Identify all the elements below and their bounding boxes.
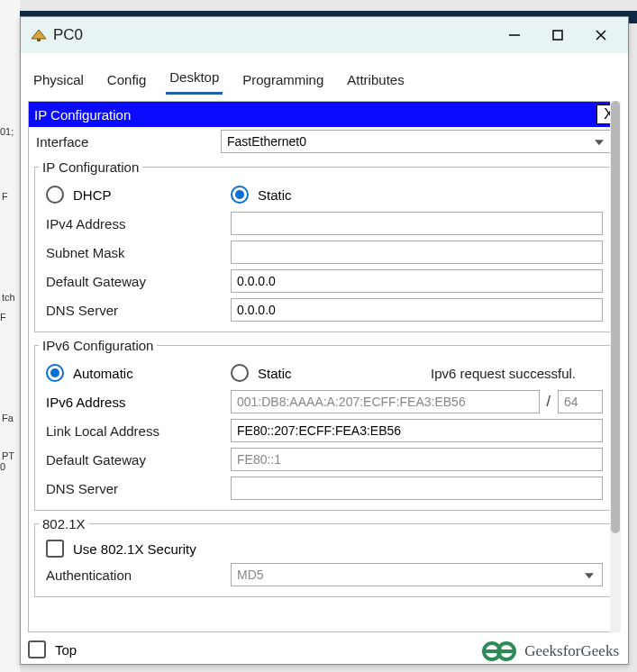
scrollbar-thumb[interactable] [611, 101, 620, 533]
ipv6-dns-label: DNS Server [46, 481, 231, 496]
dot1x-legend: 802.1X [39, 516, 89, 531]
dot1x-use-checkbox[interactable] [46, 540, 64, 558]
tab-programming[interactable]: Programming [239, 68, 327, 95]
ipv4-address-label: IPv4 Address [46, 216, 231, 232]
watermark: GeeksforGeeks [481, 639, 619, 664]
ipv6-address-label: IPv6 Address [46, 395, 231, 410]
ipv4-legend: IP Configuration [39, 159, 142, 175]
ipv4-dns-label: DNS Server [46, 303, 231, 318]
geeksforgeeks-icon [481, 639, 517, 664]
app-window: PC0 Physical Config Desktop Programming … [20, 16, 629, 665]
interface-select[interactable]: FastEthernet0 [221, 130, 613, 153]
ipv6-status-msg: Ipv6 request successful. [431, 366, 603, 381]
ipv4-dns-input[interactable] [231, 298, 603, 322]
link-local-label: Link Local Address [46, 423, 231, 439]
ipv6-gateway-label: Default Gateway [46, 452, 231, 468]
top-label: Top [55, 642, 77, 658]
watermark-text: GeeksforGeeks [524, 642, 619, 660]
subnet-mask-label: Subnet Mask [46, 245, 231, 260]
window-title: PC0 [53, 26, 493, 44]
ipv4-dhcp-radio[interactable] [46, 186, 64, 204]
ipv6-address-input[interactable]: 001:DB8:AAAA:A:207:ECFF:FEA3:EB56 [231, 390, 540, 413]
panel-header: IP Configuration X [29, 102, 620, 127]
ipv4-static-label: Static [258, 187, 292, 203]
ipv4-dhcp-label: DHCP [73, 187, 112, 203]
titlebar[interactable]: PC0 [21, 17, 628, 53]
tab-physical[interactable]: Physical [30, 68, 87, 95]
tab-bar: Physical Config Desktop Programming Attr… [21, 53, 628, 95]
dot1x-auth-select[interactable]: MD5 [231, 563, 603, 586]
dot1x-use-label: Use 802.1X Security [73, 541, 196, 557]
tab-desktop[interactable]: Desktop [166, 66, 223, 95]
tab-attributes[interactable]: Attributes [343, 68, 407, 95]
ipv6-static-label: Static [258, 366, 292, 381]
ipv4-static-radio[interactable] [231, 186, 249, 204]
maximize-button[interactable] [536, 17, 579, 53]
interface-label: Interface [36, 134, 221, 150]
background-app: 01; F tch F Fa PT 0 [0, 0, 20, 672]
tab-config[interactable]: Config [104, 68, 150, 95]
svg-rect-3 [553, 31, 562, 40]
panel-scrollbar[interactable] [610, 101, 621, 632]
ipv4-fieldset: IP Configuration DHCP Static IPv4 Addres… [34, 159, 614, 332]
ip-config-panel: IP Configuration X Interface FastEtherne… [28, 101, 621, 632]
ipv4-gateway-input[interactable] [231, 269, 603, 293]
ipv6-auto-radio[interactable] [46, 364, 64, 382]
ipv6-prefix-slash: / [540, 394, 558, 410]
ipv6-auto-label: Automatic [73, 366, 133, 381]
subnet-mask-input[interactable] [231, 241, 603, 264]
ipv6-dns-input[interactable] [231, 477, 603, 500]
ipv6-static-radio[interactable] [231, 364, 249, 382]
ipv6-prefix-input[interactable]: 64 [558, 390, 603, 413]
dot1x-fieldset: 802.1X Use 802.1X Security Authenticatio… [34, 516, 614, 597]
svg-marker-0 [32, 30, 46, 39]
ipv4-gateway-label: Default Gateway [46, 274, 231, 289]
panel-title: IP Configuration [34, 107, 131, 123]
ipv4-address-input[interactable] [231, 212, 603, 235]
top-checkbox[interactable] [28, 640, 46, 658]
svg-rect-1 [37, 39, 41, 41]
dot1x-auth-label: Authentication [46, 568, 231, 583]
ipv6-gateway-input[interactable] [231, 448, 603, 471]
link-local-input[interactable] [231, 419, 603, 442]
close-button[interactable] [579, 17, 623, 53]
ipv6-fieldset: IPv6 Configuration Automatic Static Ipv6… [34, 338, 614, 511]
minimize-button[interactable] [493, 17, 536, 53]
ipv6-legend: IPv6 Configuration [39, 338, 157, 353]
app-icon [30, 26, 48, 44]
